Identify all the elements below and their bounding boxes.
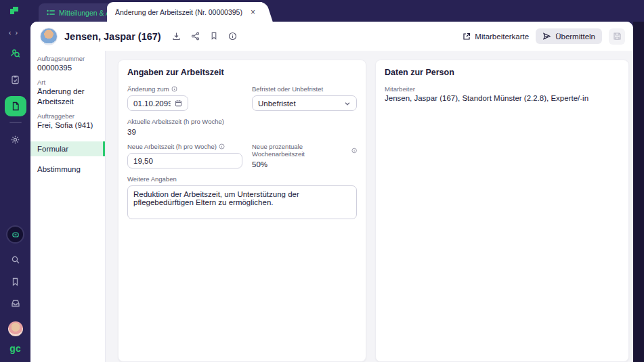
person-card: Daten zur Person Mitarbeiter Jensen, Jas…: [375, 60, 629, 362]
nav-item-abstimmung[interactable]: Abstimmung: [30, 162, 105, 177]
app-logo-icon: [9, 5, 20, 16]
info-icon: [219, 143, 225, 150]
mitarbeiterkarte-button[interactable]: Mitarbeiterkarte: [463, 32, 529, 41]
main-window: Jensen, Jaspar (167): [30, 22, 633, 362]
rail-divider: [9, 122, 22, 123]
history-nav-arrows[interactable]: ‹›: [9, 28, 22, 37]
weitere-angaben-field: Weitere Angaben Reduktion der Arbeitszei…: [127, 175, 357, 222]
mitarbeiter-field: Mitarbeiter Jensen, Jaspar (167), Stando…: [385, 85, 620, 102]
uebermitteln-label: Übermitteln: [555, 32, 595, 41]
external-link-icon: [463, 32, 471, 41]
field-value: Änderung der Arbeitszeit: [37, 87, 98, 107]
inbox-icon[interactable]: [5, 293, 26, 313]
search-icon[interactable]: [5, 250, 26, 270]
assistant-avatar[interactable]: [6, 225, 24, 244]
tab-label: Änderung der Arbeitszeit (Nr. 00000395): [115, 8, 242, 16]
field-label: Auftraggeber: [37, 112, 98, 120]
befristung-field: Befristet oder Unbefristet Unbefristet: [252, 85, 357, 111]
info-icon[interactable]: [228, 32, 237, 41]
field-value: 00000395: [37, 63, 98, 73]
field-label: Art: [37, 78, 98, 86]
left-icon-rail: ‹›: [0, 22, 30, 362]
card-title: Daten zur Person: [385, 68, 620, 77]
user-avatar[interactable]: [8, 321, 23, 336]
save-icon: [613, 32, 622, 41]
nav-item-formular[interactable]: Formular: [30, 141, 105, 156]
field-label: Befristet oder Unbefristet: [252, 85, 323, 93]
info-icon: [351, 148, 357, 154]
bookmark-icon[interactable]: [210, 32, 218, 41]
field-value: Jensen, Jaspar (167), Standort Münster (…: [385, 94, 620, 102]
forms-document-icon-active[interactable]: [5, 96, 26, 116]
uebermitteln-button[interactable]: Übermitteln: [536, 28, 602, 44]
calendar-icon[interactable]: [175, 99, 182, 107]
save-button[interactable]: [609, 28, 625, 45]
neue-arbeitszeit-input[interactable]: [133, 157, 236, 165]
field-label: Aktuelle Arbeitszeit (h pro Woche): [127, 118, 224, 125]
date-input-wrap: [127, 95, 188, 111]
close-icon[interactable]: ×: [248, 7, 258, 17]
field-value: Frei, Sofia (941): [37, 120, 98, 131]
chevron-down-icon: [344, 100, 351, 107]
prozentuale-value: 50%: [252, 160, 357, 168]
neue-arbeitszeit-field: Neue Arbeitszeit (h pro Woche): [127, 143, 242, 168]
settings-gear-icon[interactable]: [5, 129, 26, 150]
employee-avatar: [40, 28, 58, 45]
aktuelle-arbeitszeit-value: 39: [127, 128, 242, 136]
aktuelle-arbeitszeit-field: Aktuelle Arbeitszeit (h pro Woche) 39: [127, 118, 242, 136]
aenderung-zum-field: Änderung zum: [127, 85, 242, 111]
record-header: Jensen, Jaspar (167): [30, 22, 633, 51]
order-side-panel: Auftragsnummer 00000395 Art Änderung der…: [30, 51, 106, 362]
prozentuale-wochenarbeitszeit-field: Neue prozentuale Wochenarbeitszeit 50%: [252, 143, 357, 168]
selected-option: Unbefristet: [258, 99, 296, 108]
weitere-angaben-textarea[interactable]: Reduktion der Arbeitszeit, um Unterstütz…: [127, 185, 357, 219]
order-number-field: Auftragsnummer 00000395: [30, 55, 105, 73]
tab-aenderung-arbeitszeit[interactable]: Änderung der Arbeitszeit (Nr. 00000395) …: [107, 2, 262, 22]
list-icon: [47, 9, 55, 17]
order-requester-field: Auftraggeber Frei, Sofia (941): [30, 112, 105, 131]
arbeitszeit-card: Angaben zur Arbeitszeit Änderung zum: [118, 60, 366, 362]
page-title: Jensen, Jaspar (167): [64, 31, 161, 42]
field-label: Neue prozentuale Wochenarbeitszeit: [252, 143, 349, 158]
mitarbeiterkarte-label: Mitarbeiterkarte: [475, 32, 529, 41]
gc-logo: gc: [9, 343, 20, 354]
order-section-nav: Formular Abstimmung: [30, 141, 105, 177]
card-title: Angaben zur Arbeitszeit: [127, 68, 357, 77]
top-tab-bar: Mitteilungen & Anträge Änderung der Arbe…: [0, 0, 644, 22]
tasks-clipboard-icon[interactable]: [5, 69, 26, 89]
download-icon[interactable]: [172, 32, 181, 41]
share-icon[interactable]: [191, 32, 200, 41]
aenderung-zum-input[interactable]: [133, 99, 171, 108]
order-type-field: Art Änderung der Arbeitszeit: [30, 78, 105, 107]
field-label: Mitarbeiter: [385, 85, 620, 93]
field-label: Neue Arbeitszeit (h pro Woche): [127, 143, 217, 150]
people-search-icon[interactable]: [5, 43, 26, 63]
befristung-select[interactable]: Unbefristet: [252, 95, 357, 111]
right-edge-strip: [633, 22, 644, 362]
info-icon: [171, 86, 177, 92]
field-label: Auftragsnummer: [37, 55, 98, 62]
form-content-area: Angaben zur Arbeitszeit Änderung zum: [106, 51, 633, 362]
field-label: Weitere Angaben: [127, 175, 177, 183]
neue-arbeitszeit-input-wrap: [127, 153, 242, 168]
bookmark-icon[interactable]: [5, 271, 26, 292]
field-label: Änderung zum: [127, 85, 169, 93]
send-icon: [542, 32, 551, 41]
